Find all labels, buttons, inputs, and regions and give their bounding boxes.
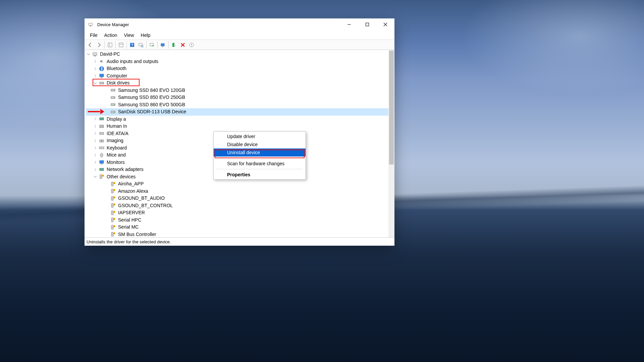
svg-point-36 — [114, 112, 115, 112]
svg-text:!: ! — [114, 204, 114, 206]
nav-forward-button[interactable] — [95, 41, 103, 49]
category-audio[interactable]: Audio inputs and outputs — [86, 58, 388, 65]
chevron-right-icon[interactable] — [93, 153, 97, 157]
unknown-device-icon: ! — [110, 203, 116, 208]
svg-rect-50 — [111, 182, 113, 186]
svg-point-43 — [100, 153, 103, 157]
other-device-item[interactable]: !Amazon Alexa — [86, 188, 388, 195]
chevron-right-icon[interactable] — [93, 146, 97, 150]
speaker-icon — [99, 59, 105, 64]
tree-root[interactable]: David-PC — [86, 51, 388, 58]
svg-rect-56 — [111, 196, 113, 200]
svg-text:!: ! — [103, 175, 103, 177]
other-device-item[interactable]: !Airoha_APP — [86, 180, 388, 188]
other-device-item[interactable]: !SM Bus Controller — [86, 231, 388, 238]
category-computer[interactable]: Computer — [86, 72, 388, 80]
other-device-item[interactable]: !Serial MC — [86, 224, 388, 231]
other-device-item[interactable]: !IAPSERVER — [86, 209, 388, 217]
menu-view[interactable]: View — [121, 32, 137, 39]
ctx-scan-hardware[interactable]: Scan for hardware changes — [214, 160, 306, 168]
disk-item[interactable]: Samsung SSD 860 EVO 500GB — [86, 101, 388, 109]
svg-point-32 — [114, 97, 115, 98]
properties-button[interactable] — [117, 41, 125, 49]
category-bluetooth[interactable]: Bluetooth — [86, 65, 388, 72]
toolbar: ? — [85, 40, 394, 50]
hid-icon — [99, 124, 105, 129]
disk-icon — [99, 80, 105, 86]
svg-rect-26 — [101, 77, 103, 78]
menu-action[interactable]: Action — [102, 32, 120, 39]
scrollbar-thumb[interactable] — [389, 51, 394, 165]
chevron-right-icon[interactable] — [93, 131, 97, 135]
svg-text:!: ! — [114, 189, 114, 191]
svg-point-34 — [114, 104, 115, 105]
menu-help[interactable]: Help — [138, 32, 153, 39]
category-hid[interactable]: Human In — [86, 123, 388, 130]
category-display[interactable]: Display a — [86, 116, 388, 123]
svg-text:!: ! — [114, 211, 114, 213]
ctx-update-driver[interactable]: Update driver — [214, 132, 306, 140]
disable-device-button[interactable] — [170, 41, 178, 49]
disk-item-selected[interactable]: SanDisk SDDR-113 USB Device — [86, 108, 388, 116]
vertical-scrollbar[interactable] — [388, 50, 394, 237]
svg-text:!: ! — [114, 233, 114, 235]
other-device-item[interactable]: !Serial HPC — [86, 217, 388, 224]
category-disk-drives[interactable]: Disk drives — [86, 79, 388, 87]
chevron-right-icon[interactable] — [93, 124, 97, 128]
computer-icon — [92, 52, 98, 57]
svg-rect-45 — [101, 164, 103, 164]
titlebar[interactable]: Device Manager — [85, 18, 394, 31]
ctx-properties[interactable]: Properties — [214, 171, 306, 179]
mouse-icon — [99, 153, 105, 158]
svg-rect-62 — [111, 211, 113, 215]
close-button[interactable] — [376, 18, 394, 31]
root-label: David-PC — [100, 51, 120, 58]
disk-icon — [110, 102, 116, 107]
uninstall-device-button[interactable] — [178, 41, 187, 49]
chevron-right-icon[interactable] — [93, 168, 97, 172]
chevron-down-icon[interactable] — [87, 52, 91, 56]
svg-rect-44 — [100, 161, 104, 163]
svg-text:!: ! — [114, 218, 114, 220]
minimize-button[interactable] — [340, 18, 358, 31]
chevron-right-icon[interactable] — [93, 74, 97, 78]
svg-text:?: ? — [131, 43, 133, 47]
svg-rect-3 — [366, 23, 369, 26]
svg-rect-68 — [111, 225, 113, 229]
chevron-right-icon[interactable] — [93, 59, 97, 63]
nav-back-button[interactable] — [86, 41, 95, 49]
svg-rect-1 — [90, 26, 92, 26]
chevron-down-icon[interactable] — [93, 175, 97, 179]
ctx-disable-device[interactable]: Disable device — [214, 140, 306, 148]
menu-file[interactable]: File — [87, 32, 100, 39]
other-device-item[interactable]: !GSOUND_BT_AUDIO — [86, 195, 388, 202]
menubar: File Action View Help — [85, 31, 394, 40]
action-button[interactable] — [187, 41, 196, 49]
disk-icon — [110, 87, 116, 93]
network-icon — [99, 167, 105, 172]
svg-text:!: ! — [114, 182, 114, 184]
svg-rect-23 — [94, 56, 96, 56]
svg-rect-25 — [100, 74, 104, 77]
keyboard-icon — [99, 145, 105, 150]
chevron-right-icon[interactable] — [93, 67, 97, 71]
chevron-down-icon[interactable] — [93, 81, 97, 85]
scan-hardware-button[interactable] — [137, 41, 145, 49]
ctx-uninstall-device[interactable]: Uninstall device — [214, 148, 306, 157]
other-device-item[interactable]: !GSOUND_BT_CONTROL — [86, 202, 388, 209]
chevron-right-icon[interactable] — [93, 117, 97, 121]
help-button[interactable]: ? — [128, 41, 137, 49]
maximize-button[interactable] — [358, 18, 376, 31]
svg-rect-6 — [108, 43, 112, 47]
show-hide-tree-button[interactable] — [106, 41, 114, 49]
svg-rect-0 — [89, 23, 93, 25]
chevron-right-icon[interactable] — [93, 139, 97, 143]
update-driver-button[interactable] — [148, 41, 156, 49]
svg-rect-14 — [150, 43, 153, 46]
enable-device-button[interactable] — [159, 41, 167, 49]
svg-rect-47 — [100, 175, 102, 179]
chevron-right-icon[interactable] — [93, 160, 97, 164]
disk-item[interactable]: Samsung SSD 840 EVO 120GB — [86, 87, 388, 94]
svg-text:!: ! — [114, 226, 114, 228]
disk-item[interactable]: Samsung SSD 850 EVO 250GB — [86, 94, 388, 101]
